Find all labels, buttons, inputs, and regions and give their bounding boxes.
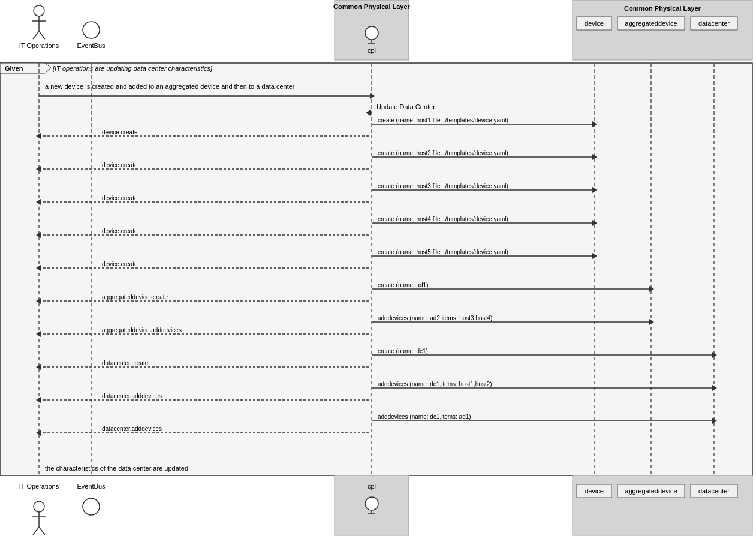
given-label: Given xyxy=(5,65,23,72)
eventbus-label-top: EventBus xyxy=(77,42,106,49)
svg-marker-57 xyxy=(36,364,41,370)
svg-marker-45 xyxy=(36,265,41,271)
svg-marker-25 xyxy=(366,110,371,116)
msg-create-host5: create (name: host5,file: ./templates/de… xyxy=(378,249,508,255)
svg-marker-37 xyxy=(36,199,41,205)
device-box-bottom: device xyxy=(585,487,604,495)
svg-rect-11 xyxy=(577,17,612,30)
svg-marker-61 xyxy=(36,397,41,403)
msg-agg-create: aggregateddevice.create xyxy=(102,294,168,300)
msg-agg-adddevices: aggregateddevice.adddevices xyxy=(102,327,182,333)
svg-marker-15 xyxy=(0,63,51,73)
svg-line-69 xyxy=(33,527,39,535)
msg-dc-create: datacenter.create xyxy=(102,360,149,366)
svg-marker-29 xyxy=(36,133,41,139)
svg-point-71 xyxy=(83,498,100,515)
dc-box-top: datacenter xyxy=(698,20,730,27)
svg-rect-13 xyxy=(691,17,737,30)
msg-create-dc1: create (name: dc1) xyxy=(378,348,428,354)
svg-marker-49 xyxy=(36,298,41,304)
svg-marker-39 xyxy=(592,220,597,226)
eventbus-label-bottom: EventBus xyxy=(77,483,106,490)
right-panel-title-top: Common Physical Layer xyxy=(624,5,701,12)
msg-dc-adddevices-2: datacenter.adddevices xyxy=(102,426,162,432)
svg-marker-59 xyxy=(712,385,717,391)
msg-create-ad1: create (name: ad1) xyxy=(378,282,429,288)
svg-line-4 xyxy=(39,31,45,39)
svg-rect-78 xyxy=(618,484,685,498)
svg-marker-53 xyxy=(36,331,41,337)
svg-marker-31 xyxy=(592,154,597,160)
msg-device-create-5: device.create xyxy=(102,261,138,267)
svg-marker-35 xyxy=(592,187,597,193)
svg-line-70 xyxy=(39,527,45,535)
svg-rect-6 xyxy=(335,0,409,60)
msg-adddevices-dc1-hosts: adddevices (name: dc1,items: host1,host2… xyxy=(378,381,492,387)
svg-rect-10 xyxy=(573,0,752,60)
msg-create-host4: create (name: host4,file: ./templates/de… xyxy=(378,216,508,222)
msg-adddevices-ad2: adddevices (name: ad2,items: host3,host4… xyxy=(378,315,492,321)
given-condition: [IT operations are updating data center … xyxy=(52,65,213,72)
svg-rect-79 xyxy=(691,484,737,498)
device-box-top: device xyxy=(585,20,604,27)
msg-device-create-1: device.create xyxy=(102,129,138,135)
svg-point-5 xyxy=(83,22,100,38)
msg-dc-adddevices-1: datacenter.adddevices xyxy=(102,393,162,399)
msg-create-host3: create (name: host3,file: ./templates/de… xyxy=(378,183,508,189)
scenario-end-text: the characteristics of the data center a… xyxy=(45,465,188,472)
svg-rect-72 xyxy=(335,475,409,535)
scenario-start-text: a new device is created and added to an … xyxy=(45,83,295,90)
svg-marker-33 xyxy=(36,166,41,172)
svg-rect-12 xyxy=(618,17,685,30)
msg-create-host1: create (name: host1,file: ./templates/de… xyxy=(378,117,508,124)
svg-line-3 xyxy=(33,31,39,39)
msg-adddevices-dc1-ad1: adddevices (name: dc1,items: ad1) xyxy=(378,414,471,420)
it-ops-label-bottom: IT Operations xyxy=(19,483,59,490)
msg-create-host2: create (name: host2,file: ./templates/de… xyxy=(378,150,508,156)
msg-device-create-3: device.create xyxy=(102,195,138,201)
svg-marker-55 xyxy=(712,352,717,358)
svg-marker-23 xyxy=(370,93,375,99)
diagram-svg: IT Operations EventBus Common Physical L… xyxy=(0,0,756,539)
svg-rect-14 xyxy=(0,63,752,475)
svg-marker-47 xyxy=(649,286,654,292)
it-ops-label-top: IT Operations xyxy=(19,42,59,49)
update-dc-label: Update Data Center xyxy=(377,103,435,110)
svg-point-73 xyxy=(365,497,378,510)
svg-marker-51 xyxy=(649,319,654,325)
svg-marker-41 xyxy=(36,232,41,238)
svg-point-0 xyxy=(34,5,44,16)
svg-marker-43 xyxy=(592,253,597,259)
dc-box-bottom: datacenter xyxy=(698,487,730,495)
msg-device-create-4: device.create xyxy=(102,228,138,234)
svg-rect-77 xyxy=(577,484,612,498)
svg-marker-63 xyxy=(712,418,717,424)
svg-point-7 xyxy=(365,26,378,40)
diagram-container: IT Operations EventBus Common Physical L… xyxy=(0,0,756,539)
svg-marker-27 xyxy=(592,121,597,127)
agg-box-top: aggregateddevice xyxy=(625,20,677,27)
msg-device-create-2: device.create xyxy=(102,162,138,168)
agg-box-bottom: aggregateddevice xyxy=(625,487,677,495)
svg-point-66 xyxy=(34,501,44,512)
cpl-label-bottom: cpl xyxy=(368,483,376,490)
svg-rect-76 xyxy=(573,475,752,535)
cpl-title-top: Common Physical Layer xyxy=(333,3,410,10)
svg-marker-65 xyxy=(36,430,41,436)
cpl-label-top: cpl xyxy=(368,47,376,54)
